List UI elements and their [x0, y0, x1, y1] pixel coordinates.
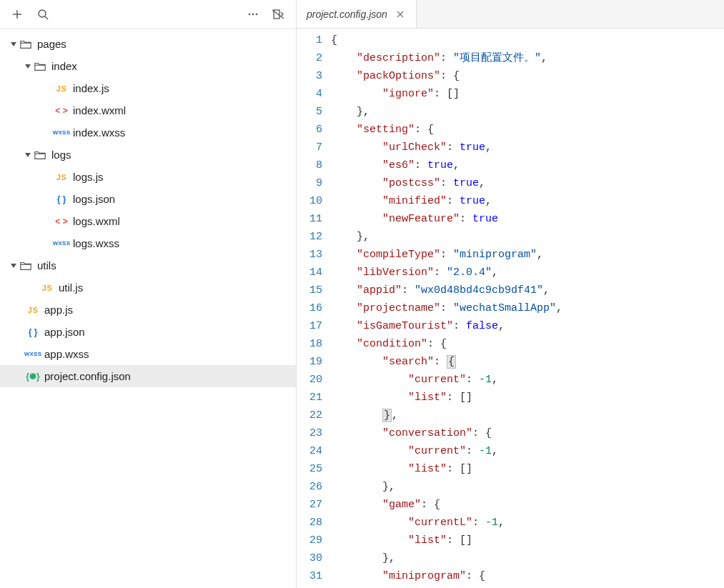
caret-down-icon [23, 150, 33, 160]
js-file-icon: JS [26, 304, 40, 317]
collapse-panel-button[interactable] [267, 3, 290, 26]
tree-file[interactable]: WXSSlogs.wxss [0, 232, 296, 254]
more-button[interactable] [242, 3, 264, 26]
tree-item-label: app.json [44, 326, 85, 338]
json-file-icon: { } [54, 193, 69, 206]
tab-close-button[interactable] [395, 9, 406, 20]
tree-item-label: logs.json [73, 193, 115, 205]
tree-item-label: app.js [44, 304, 73, 316]
code-editor[interactable]: 1234567891011121314151617181920212223242… [297, 29, 724, 588]
line-number: 2 [297, 49, 322, 67]
code-line: "newFeature": true [331, 210, 724, 228]
tree-folder[interactable]: pages [0, 33, 296, 55]
line-number: 22 [297, 407, 322, 424]
tree-item-label: app.wxss [44, 348, 89, 360]
svg-point-2 [39, 10, 46, 17]
caret-down-icon [23, 61, 33, 71]
new-file-button[interactable] [6, 3, 29, 26]
tree-file[interactable]: {✺}project.config.json [0, 365, 296, 387]
code-line: "minified": true, [331, 192, 724, 210]
search-button[interactable] [31, 3, 54, 26]
svg-marker-10 [25, 64, 31, 69]
line-number: 1 [297, 31, 322, 49]
line-gutter: 1234567891011121314151617181920212223242… [297, 29, 331, 588]
caret-down-icon [9, 261, 19, 271]
line-number: 14 [297, 264, 322, 281]
tree-file[interactable]: JSapp.js [0, 299, 296, 321]
line-number: 19 [297, 353, 322, 371]
tree-file[interactable]: < >logs.wxml [0, 210, 296, 232]
sidebar-toolbar [0, 0, 296, 29]
code-line: }, [331, 549, 724, 567]
line-number: 6 [297, 121, 322, 139]
tree-file[interactable]: WXSSindex.wxss [0, 121, 296, 144]
wxss-file-icon: WXSS [26, 348, 40, 361]
tree-item-label: index.js [73, 82, 109, 94]
line-number: 3 [297, 67, 322, 85]
tree-item-label: logs.js [73, 171, 104, 183]
line-number: 8 [297, 156, 322, 174]
code-line: "current": -1, [331, 585, 724, 588]
js-file-icon: JS [54, 171, 69, 184]
tree-item-label: index.wxss [73, 126, 125, 139]
js-file-icon: JS [40, 281, 54, 294]
folder-icon [19, 259, 33, 272]
line-number: 23 [297, 424, 322, 442]
line-number: 26 [297, 478, 322, 496]
code-line: "packOptions": { [331, 67, 724, 85]
tree-folder[interactable]: index [0, 55, 296, 77]
tree-item-label: index [51, 60, 77, 72]
line-number: 13 [297, 246, 322, 264]
tree-folder[interactable]: utils [0, 254, 296, 276]
tab-project-config[interactable]: project.config.json [297, 0, 417, 28]
folder-icon [33, 149, 47, 161]
plus-icon [11, 9, 23, 20]
code-line: { [331, 31, 724, 49]
line-number: 16 [297, 299, 322, 317]
line-number: 7 [297, 139, 322, 156]
json-file-icon: { } [26, 326, 40, 339]
line-number: 24 [297, 442, 322, 460]
code-line: }, [331, 103, 724, 121]
line-number: 15 [297, 281, 322, 299]
tree-folder[interactable]: logs [0, 144, 296, 166]
code-line: "game": { [331, 496, 724, 514]
tree-item-label: logs [51, 149, 71, 161]
code-line: "ignore": [] [331, 85, 724, 103]
proj-file-icon: {✺} [26, 370, 40, 383]
file-tree[interactable]: pagesindexJSindex.js< >index.wxmlWXSSind… [0, 29, 296, 588]
code-line: "projectname": "wechatSmallApp", [331, 299, 724, 317]
tree-item-label: logs.wxml [73, 215, 120, 227]
tree-file[interactable]: { }app.json [0, 321, 296, 343]
tree-item-label: index.wxml [73, 104, 126, 116]
svg-line-3 [45, 16, 48, 19]
tree-file[interactable]: WXSSapp.wxss [0, 343, 296, 365]
code-content[interactable]: { "description": "项目配置文件。", "packOptions… [331, 29, 724, 588]
wxss-file-icon: WXSS [54, 126, 69, 139]
line-number: 20 [297, 371, 322, 389]
code-line: "condition": { [331, 335, 724, 353]
wxss-file-icon: WXSS [54, 237, 69, 250]
line-number: 25 [297, 460, 322, 478]
tab-label: project.config.json [307, 9, 387, 20]
tree-file[interactable]: JSlogs.js [0, 166, 296, 188]
sidebar: pagesindexJSindex.js< >index.wxmlWXSSind… [0, 0, 297, 588]
line-number: 17 [297, 317, 322, 335]
svg-marker-12 [11, 264, 16, 268]
line-number: 4 [297, 85, 322, 103]
tree-file[interactable]: JSindex.js [0, 77, 296, 99]
tree-file[interactable]: < >index.wxml [0, 99, 296, 121]
tree-item-label: utils [37, 259, 56, 271]
tree-file[interactable]: JSutil.js [0, 276, 296, 299]
editor-tabs: project.config.json [297, 0, 724, 29]
line-number: 31 [297, 567, 322, 585]
code-line: "current": -1, [331, 442, 724, 460]
code-line: "es6": true, [331, 156, 724, 174]
line-number: 12 [297, 228, 322, 246]
line-number: 21 [297, 389, 322, 407]
folder-icon [19, 38, 33, 51]
search-icon [37, 9, 49, 20]
code-line: }, [331, 228, 724, 246]
tree-file[interactable]: { }logs.json [0, 188, 296, 210]
tree-item-label: pages [37, 38, 66, 50]
